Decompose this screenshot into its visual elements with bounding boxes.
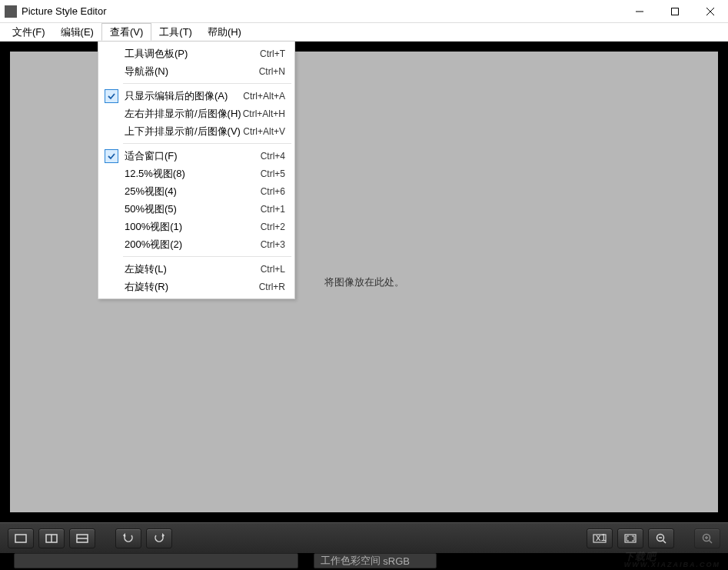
zoom-in-button[interactable] [694,528,720,548]
menu-item[interactable]: 适合窗口(F)Ctrl+4 [100,147,293,165]
status-colorspace: 工作色彩空间 sRGB [314,553,437,568]
menu-item[interactable]: 右旋转(R)Ctrl+R [100,278,293,295]
menu-item-shortcut: Ctrl+T [260,48,285,59]
menu-item[interactable]: 200%视图(2)Ctrl+3 [100,235,293,253]
menu-tools[interactable]: 工具(T) [151,23,200,41]
zoom-actual-button[interactable]: x1 [587,528,613,548]
menu-item-label: 适合窗口(F) [120,149,261,163]
menu-item-shortcut: Ctrl+Alt+V [243,126,285,137]
status-left [14,553,298,568]
menu-item-shortcut: Ctrl+Alt+A [243,91,285,102]
menu-item-label: 25%视图(4) [120,185,261,198]
menu-item-shortcut: Ctrl+L [261,264,285,275]
menu-help[interactable]: 帮助(H) [200,23,249,41]
menu-item[interactable]: 只显示编辑后的图像(A)Ctrl+Alt+A [100,87,293,105]
menu-item-label: 12.5%视图(8) [120,167,261,181]
menu-item-label: 导航器(N) [120,65,259,78]
layout-split-horizontal-button[interactable] [38,528,65,548]
menu-item[interactable]: 左旋转(L)Ctrl+L [100,260,293,278]
menu-view[interactable]: 查看(V) [101,23,151,41]
rotate-right-button[interactable] [146,528,172,548]
menu-bar: 文件(F) 编辑(E) 查看(V) 工具(T) 帮助(H) [0,23,728,42]
menu-item-shortcut: Ctrl+5 [261,168,285,179]
menu-item[interactable]: 导航器(N)Ctrl+N [100,62,293,80]
menu-edit[interactable]: 编辑(E) [53,23,101,41]
close-button[interactable] [693,0,728,22]
menu-item-shortcut: Ctrl+3 [261,239,285,250]
menu-item[interactable]: 50%视图(5)Ctrl+1 [100,200,293,218]
menu-item-checkmark [103,89,120,103]
menu-item-shortcut: Ctrl+R [259,282,285,292]
menu-item[interactable]: 上下并排显示前/后图像(V)Ctrl+Alt+V [100,122,293,140]
menu-item[interactable]: 25%视图(4)Ctrl+6 [100,182,293,200]
menu-item-shortcut: Ctrl+2 [261,222,285,232]
menu-item-label: 工具调色板(P) [120,47,260,61]
zoom-out-button[interactable] [648,528,674,548]
minimize-button[interactable] [622,0,657,22]
menu-separator [123,143,291,144]
svg-rect-4 [15,535,26,542]
menu-item[interactable]: 左右并排显示前/后图像(H)Ctrl+Alt+H [100,105,293,122]
menu-item-shortcut: Ctrl+6 [261,186,285,197]
menu-separator [123,256,291,257]
menu-item-label: 只显示编辑后的图像(A) [120,89,243,103]
status-bar: 工作色彩空间 sRGB 下载吧 WWW.XIAZAIBA.COM [0,553,728,570]
menu-item-shortcut: Ctrl+1 [261,204,285,215]
menu-item-label: 200%视图(2) [120,238,261,252]
layout-single-button[interactable] [8,528,34,548]
layout-split-vertical-button[interactable] [69,528,95,548]
colorspace-label: 工作色彩空间 [321,554,381,568]
menu-item-label: 左右并排显示前/后图像(H) [120,107,243,121]
menu-item-label: 50%视图(5) [120,202,261,216]
menu-separator [123,83,291,84]
menu-item-shortcut: Ctrl+Alt+H [243,108,285,119]
svg-line-18 [710,540,713,543]
menu-item[interactable]: 工具调色板(P)Ctrl+T [100,45,293,62]
menu-item-checkmark [103,149,120,163]
view-dropdown: 工具调色板(P)Ctrl+T导航器(N)Ctrl+N只显示编辑后的图像(A)Ct… [98,41,295,299]
menu-item-label: 右旋转(R) [120,280,259,294]
menu-item-label: 左旋转(L) [120,262,261,276]
menu-item-label: 上下并排显示前/后图像(V) [120,125,243,138]
svg-text:x1: x1 [596,534,607,543]
title-bar: Picture Style Editor [0,0,728,23]
menu-item-shortcut: Ctrl+N [259,66,285,77]
zoom-fit-button[interactable] [617,528,643,548]
menu-item-shortcut: Ctrl+4 [261,151,285,162]
menu-item[interactable]: 12.5%视图(8)Ctrl+5 [100,165,293,182]
bottom-toolbar: x1 [0,522,728,553]
colorspace-value: sRGB [383,555,410,567]
rotate-left-button[interactable] [115,528,141,548]
maximize-button[interactable] [657,0,693,22]
svg-line-15 [663,540,667,543]
canvas-placeholder-text: 将图像放在此处。 [324,275,404,289]
menu-item[interactable]: 100%视图(1)Ctrl+2 [100,218,293,235]
window-controls [622,0,728,22]
app-icon [5,5,17,18]
svg-rect-1 [672,8,679,15]
menu-item-label: 100%视图(1) [120,220,261,234]
window-title: Picture Style Editor [22,5,622,17]
menu-file[interactable]: 文件(F) [5,23,53,41]
